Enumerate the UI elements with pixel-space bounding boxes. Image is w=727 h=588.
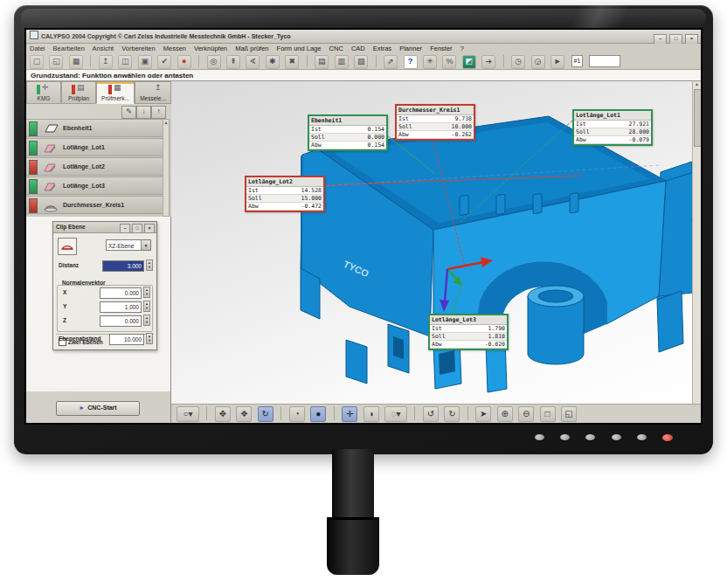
scrollbar-thumb[interactable] [694, 89, 701, 147]
menu-form-und-lage[interactable]: Form und Lage [277, 45, 322, 52]
viewport-scrollbar[interactable]: ▲ [692, 81, 701, 404]
plane-select[interactable]: XZ-Ebene ▼ [106, 239, 151, 251]
protocol-icon[interactable]: ▧ [354, 55, 368, 69]
list-item[interactable]: Ebenheit1 [26, 119, 163, 137]
cad-viewport[interactable]: TYCO [171, 81, 701, 423]
y-input[interactable]: 1.000 [100, 301, 142, 313]
ebenenabstand-stepper[interactable]: ▲▼ [146, 333, 153, 344]
menu-extras[interactable]: Extras [373, 45, 391, 52]
annotation-lotlaenge-lot2[interactable]: Lotlänge_Lot2 Ist14.528 Soll15.000 Abw-0… [245, 176, 325, 212]
zoom-window-icon[interactable]: □ [540, 406, 556, 422]
clip-plane-icon-button[interactable] [58, 238, 77, 255]
menu-messen[interactable]: Messen [163, 45, 186, 52]
probe-tool-icon[interactable]: ➤ [475, 406, 491, 422]
menu-bearbeiten[interactable]: Bearbeiten [53, 45, 85, 52]
dialog-close-button[interactable]: × [144, 224, 155, 233]
z-input[interactable]: 0.000 [100, 315, 142, 327]
monitor-button[interactable] [585, 434, 595, 440]
clock2-icon[interactable]: ◶ [531, 55, 545, 69]
ebenenabstand-input[interactable]: 10.000 [109, 334, 144, 345]
menu-cad[interactable]: CAD [351, 45, 365, 52]
paste-icon[interactable]: ▣ [138, 55, 152, 69]
tab-pruefplan[interactable]: ▤ Prüfplan [61, 81, 96, 104]
menu-fenster[interactable]: Fenster [430, 45, 452, 52]
menu-datei[interactable]: Datei [30, 45, 45, 52]
monitor-button[interactable] [612, 434, 621, 440]
dialog-maximize-button[interactable]: □ [132, 224, 142, 233]
record-icon[interactable]: ● [177, 55, 191, 69]
rotate-cw-icon[interactable]: ↻ [258, 406, 273, 422]
cad-icon[interactable]: ◩ [462, 55, 476, 69]
z-stepper[interactable]: ▲▼ [143, 315, 150, 326]
annotation-lotlaenge-lot1[interactable]: Lotlänge_Lot1 Ist27.921 Soll28.000 Abw-0… [572, 109, 653, 146]
probe-icon[interactable]: ↥ [99, 55, 113, 69]
open-icon[interactable]: ◱ [49, 55, 63, 69]
tab-messelemente[interactable]: ↥ Messele... [135, 81, 171, 104]
menu-vorbereiten[interactable]: Vorbereiten [121, 45, 155, 52]
counter-field[interactable]: #1 [571, 55, 584, 67]
zoom-fit-icon[interactable]: ◱ [561, 406, 577, 422]
menu-cnc[interactable]: CNC [329, 45, 343, 52]
shade-dark-icon[interactable]: ● [310, 406, 326, 422]
circle-select-icon[interactable]: ○▾ [177, 406, 199, 422]
cnc-start-button[interactable]: ►CNC-Start [56, 401, 140, 416]
zoom-in-icon[interactable]: ⊕ [497, 406, 513, 422]
magic-icon[interactable]: ✳ [423, 55, 437, 69]
check-icon[interactable]: ✔ [157, 55, 171, 69]
chevron-down-icon[interactable]: ▼ [141, 240, 150, 250]
app-titlebar[interactable]: CALYPSO 2004 Copyright © Carl Zeiss Indu… [26, 30, 701, 44]
monitor-button[interactable] [560, 434, 570, 440]
stylus-up-icon[interactable]: ⇞ [226, 55, 240, 69]
list-item[interactable]: Lotlänge_Lot2 [26, 157, 163, 176]
annotation-durchmesser-kreis1[interactable]: Durchmesser_Kreis1 Ist9.738 Soll10.000 A… [395, 104, 475, 141]
x-input[interactable]: 0.000 [100, 287, 142, 299]
menu-planner[interactable]: Planner [399, 45, 422, 52]
y-stepper[interactable]: ▲▼ [143, 301, 150, 312]
clock1-icon[interactable]: ◷ [511, 55, 525, 69]
menu-verknuepfen[interactable]: Verknüpfen [194, 45, 227, 52]
star-icon[interactable]: ✱ [266, 55, 280, 69]
rotate-free-icon[interactable]: ✥ [215, 406, 231, 422]
list-item[interactable]: Durchmesser_Kreis1 [26, 196, 163, 214]
list-item[interactable]: Lotlänge_Lot3 [26, 176, 163, 195]
move-up-icon[interactable]: ↑ [151, 106, 166, 119]
view-menu-icon[interactable]: ◌▾ [384, 406, 407, 422]
menu-help[interactable]: ? [460, 45, 464, 52]
save-icon[interactable]: ▦ [69, 55, 83, 69]
x-stepper[interactable]: ▲▼ [143, 287, 150, 298]
search-icon[interactable]: ◎ [207, 55, 221, 69]
help-icon[interactable]: ? [404, 55, 418, 69]
print-icon[interactable]: ▤ [315, 55, 329, 69]
move-down-icon[interactable]: ↓ [136, 106, 151, 119]
monitor-button[interactable] [637, 434, 647, 440]
feature-list-scrollbar[interactable]: ▲ [163, 119, 170, 217]
monitor-menu-button[interactable] [535, 434, 544, 440]
report-icon[interactable]: ▥ [335, 55, 349, 69]
distanz-stepper[interactable]: ▲▼ [146, 259, 153, 271]
tab-pruefmerkmale[interactable]: ▦ Prüfmerk... [96, 81, 135, 104]
redo-rotate-icon[interactable]: ↻ [444, 406, 460, 422]
menu-ansicht[interactable]: Ansicht [93, 45, 114, 52]
pan-icon[interactable]: ✛ [342, 406, 357, 422]
value-input[interactable] [589, 55, 620, 67]
hand-icon[interactable]: ➔ [481, 55, 495, 69]
annotation-ebenheit1[interactable]: Ebenheit1 Ist0.154 Soll0.000 Abw0.154 [308, 114, 388, 151]
distanz-input[interactable]: 3.000 [102, 260, 144, 272]
percent-icon[interactable]: % [442, 55, 456, 69]
tab-kmg[interactable]: ✛ KMG [26, 81, 61, 104]
power-button[interactable] [662, 434, 673, 441]
shade-light-icon[interactable]: ◔ [289, 406, 305, 422]
edit-icon[interactable]: ✎ [121, 106, 136, 119]
half-view-icon[interactable]: ◑ [364, 406, 379, 422]
menu-mass-pruefen[interactable]: Maß prüfen [235, 45, 268, 52]
dialog-titlebar[interactable]: Clip Ebene – □ × [53, 222, 156, 233]
annotation-lotlaenge-lot3[interactable]: Lotlänge_Lot3 Ist1.790 Soll1.810 Abw-0.0… [428, 314, 509, 350]
dialog-minimize-button[interactable]: – [120, 224, 130, 233]
new-icon[interactable]: ▢ [30, 55, 44, 69]
delete-icon[interactable]: ✖ [285, 55, 299, 69]
angle-icon[interactable]: ∢ [246, 55, 260, 69]
undo-rotate-icon[interactable]: ↺ [423, 406, 439, 422]
send-icon[interactable]: ⇗ [384, 55, 398, 69]
copy-icon[interactable]: ◫ [118, 55, 132, 69]
zoom-out-icon[interactable]: ⊖ [518, 406, 534, 422]
